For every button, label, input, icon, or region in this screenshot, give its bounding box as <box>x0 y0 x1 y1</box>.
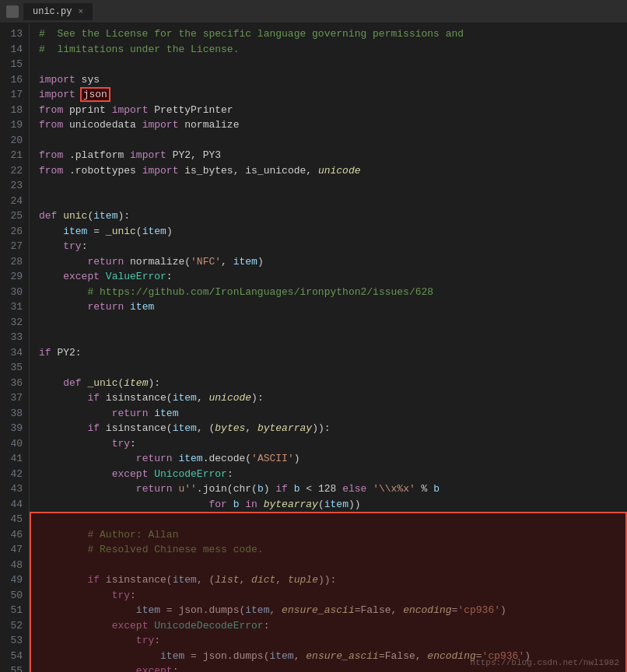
plain-token: PY2, PY3 <box>166 149 221 161</box>
keyword-token: return <box>112 408 149 419</box>
variable-token: item <box>178 453 202 464</box>
line-number: 21 <box>6 148 23 163</box>
code-content[interactable]: # See the License for the specific langu… <box>30 23 627 672</box>
string-token: 'cp936' <box>457 604 500 616</box>
variable-token: item <box>63 226 87 237</box>
plain-token: .decode( <box>203 453 251 464</box>
plain-token <box>39 604 136 616</box>
function-italic-token: bytes <box>215 422 245 434</box>
code-line <box>39 558 627 573</box>
plain-token <box>39 529 87 541</box>
code-line: return normalize('NFC', item) <box>39 254 627 270</box>
keyword-token: import <box>142 119 179 131</box>
code-area: 1314151617181920212223242526272829303132… <box>0 23 627 672</box>
function-token: _unic <box>106 226 136 237</box>
line-number: 41 <box>6 451 23 467</box>
code-line: from pprint import PrettyPrinter <box>39 103 627 118</box>
keyword-token: else <box>342 483 366 495</box>
plain-token: )) <box>349 499 361 510</box>
code-line <box>39 512 627 527</box>
plain-token: ( <box>136 226 142 237</box>
plain-token <box>39 301 87 313</box>
line-number: 15 <box>6 57 23 72</box>
code-line <box>39 178 627 194</box>
keyword-token: if <box>87 422 100 434</box>
keyword-token: if <box>87 392 100 404</box>
line-number: 17 <box>6 87 23 103</box>
variable-token: item <box>245 604 269 616</box>
line-number: 55 <box>6 663 23 672</box>
keyword-token: return <box>87 256 124 268</box>
function-italic-token: list <box>215 574 239 586</box>
code-line: for b in bytearray(item)) <box>39 497 627 513</box>
plain-token <box>39 590 112 601</box>
keyword-token: import <box>39 74 75 86</box>
keyword-token: except <box>112 620 149 632</box>
code-line: if isinstance(item, (list, dict, tuple))… <box>39 572 627 588</box>
tab[interactable]: unic.py × <box>23 3 93 20</box>
plain-token: : <box>227 468 233 480</box>
plain-token <box>39 483 136 495</box>
plain-token <box>100 271 106 282</box>
keyword-token: return <box>136 483 173 495</box>
plain-token <box>39 408 112 419</box>
code-line: item = json.dumps(item, ensure_ascii=Fal… <box>39 603 627 618</box>
plain-token: , <box>294 650 306 662</box>
code-line: def unic(item): <box>39 208 627 224</box>
keyword-token: try <box>63 240 81 252</box>
variable-token: item <box>173 392 197 404</box>
line-number: 51 <box>6 603 23 618</box>
line-number: 30 <box>6 285 23 300</box>
line-number: 29 <box>6 269 23 285</box>
line-number: 19 <box>6 117 23 133</box>
line-number: 16 <box>6 72 23 88</box>
plain-token <box>124 301 130 313</box>
variable-token: item <box>136 604 160 616</box>
line-number: 33 <box>6 330 23 345</box>
code-line: # https://github.com/IronLanguages/ironp… <box>39 285 627 300</box>
plain-token <box>39 544 87 555</box>
code-line: import json <box>39 87 627 103</box>
plain-token: , <box>197 392 209 404</box>
plain-token <box>39 422 87 434</box>
string-token: 'ASCII' <box>251 453 294 464</box>
line-number: 53 <box>6 633 23 649</box>
keyword-token: import <box>130 149 166 161</box>
window-icon <box>6 5 19 18</box>
keyword-token: try <box>112 438 130 450</box>
plain-token: .join(chr( <box>197 483 257 495</box>
plain-token: : <box>130 590 136 601</box>
line-number: 36 <box>6 376 23 391</box>
close-icon[interactable]: × <box>78 7 83 16</box>
keyword-token: import <box>39 89 75 100</box>
plain-token <box>366 483 373 495</box>
plain-token <box>39 650 160 662</box>
plain-token: < 128 <box>300 483 343 495</box>
plain-token: .robottypes <box>63 165 142 177</box>
plain-token: % <box>415 483 433 495</box>
keyword-token: try <box>136 635 154 646</box>
plain-token <box>39 635 136 646</box>
plain-token: , <box>269 604 282 616</box>
plain-token: pprint <box>63 104 111 116</box>
code-line <box>39 360 627 376</box>
variable-token: item <box>154 408 178 419</box>
keyword-token: if <box>275 483 288 495</box>
code-line: # Resolved Chinese mess code. <box>39 542 627 558</box>
plain-token: , ( <box>197 422 215 434</box>
plain-token: ): <box>148 377 160 389</box>
function-italic-token: bytearray <box>264 499 318 510</box>
plain-token: PrettyPrinter <box>148 104 233 116</box>
plain-token <box>39 392 87 404</box>
plain-token <box>39 256 87 268</box>
code-line: try: <box>39 633 627 649</box>
code-line: # See the License for the specific langu… <box>39 26 627 42</box>
class-token: UnicodeDecodeError <box>154 620 263 632</box>
class-token: ValueError <box>106 271 166 282</box>
plain-token: ): <box>251 392 264 404</box>
line-numbers: 1314151617181920212223242526272829303132… <box>0 23 30 672</box>
line-number: 22 <box>6 163 23 179</box>
plain-token: ) <box>294 453 300 464</box>
plain-token: is_bytes, is_unicode, <box>178 165 317 177</box>
plain-token: : <box>166 271 173 282</box>
